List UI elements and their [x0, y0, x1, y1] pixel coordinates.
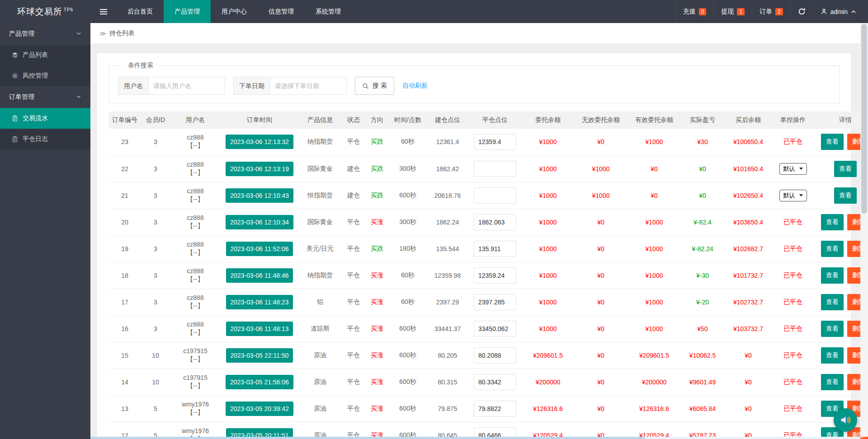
close-point-input[interactable]: [474, 374, 516, 390]
topbar-right: 充值0提现1订单2 admin: [675, 0, 868, 23]
nav-item-home[interactable]: 后台首页: [117, 0, 164, 23]
nav-item-system[interactable]: 系统管理: [305, 0, 352, 23]
close-point-input[interactable]: [474, 401, 516, 417]
sidebar-item-trade-flow[interactable]: 交易流水: [0, 108, 90, 129]
product-text: 道琼斯: [311, 325, 330, 332]
close-point-input[interactable]: [474, 347, 516, 364]
close-point-input[interactable]: [474, 321, 516, 337]
close-point-input[interactable]: [474, 267, 516, 284]
view-button[interactable]: 查看: [821, 134, 844, 150]
cell-balance_after: ¥101732.7: [724, 262, 772, 289]
cell-entrust: ¥209601.5: [522, 342, 574, 369]
refresh-icon: [798, 8, 806, 15]
view-button[interactable]: 查看: [821, 214, 844, 230]
order-time-button[interactable]: 2023-03-06 11:48:23: [226, 295, 293, 309]
invalid-entrust-value: ¥1000: [592, 192, 610, 199]
view-button[interactable]: 查看: [821, 267, 844, 284]
order-time-button[interactable]: 2023-03-06 11:52:06: [226, 242, 293, 256]
refresh-button[interactable]: [790, 0, 813, 23]
horizontal-scrollbar-thumb[interactable]: [90, 437, 645, 439]
view-button[interactable]: 查看: [834, 161, 857, 177]
entrust-value: ¥1000: [539, 272, 557, 279]
horizontal-scrollbar[interactable]: [90, 437, 860, 439]
user-icon: [821, 8, 827, 15]
username-input[interactable]: [148, 77, 225, 95]
sidebar-item-product-list[interactable]: 产品列表: [0, 45, 90, 65]
view-button[interactable]: 查看: [821, 321, 844, 337]
chevron-up-icon: [851, 9, 856, 14]
cell-entrust: ¥1000: [522, 129, 574, 155]
valid-entrust-value: ¥126316.6: [639, 405, 669, 412]
view-button[interactable]: 查看: [821, 374, 844, 390]
view-button[interactable]: 查看: [834, 187, 857, 204]
cell-actions: 查看删除: [814, 342, 868, 369]
order-time-button[interactable]: 2023-03-06 11:48:46: [226, 268, 293, 283]
cell-duration: 300秒: [389, 209, 427, 235]
order-time-button[interactable]: 2023-03-06 12:13:32: [226, 135, 293, 149]
cell-product: 原油: [298, 369, 342, 395]
view-button[interactable]: 查看: [821, 294, 844, 310]
cell-member_id: 3: [141, 155, 170, 182]
menu-toggle-icon[interactable]: [90, 0, 117, 23]
cell-member_id: 3: [141, 235, 170, 262]
notice-withdraw[interactable]: 提现1: [713, 0, 752, 23]
cell-close_point: [468, 235, 522, 262]
cell-entrust: ¥1000: [522, 262, 574, 289]
order-time-button[interactable]: 2023-03-06 11:48:13: [226, 322, 293, 336]
profit-value: ¥-30: [696, 272, 709, 279]
column-header-direction: 方向: [365, 112, 389, 129]
column-header-close_point: 平仓点位: [468, 112, 522, 129]
order-no-text: 22: [121, 165, 128, 173]
sidebar-item-label: 交易流水: [23, 114, 48, 122]
cell-close_point: [468, 289, 522, 315]
close-point-input[interactable]: [474, 241, 516, 257]
vertical-scrollbar[interactable]: [860, 23, 868, 437]
table-row: 213cz888【--】2023-03-06 12:10:43恒指期货建仓买跌6…: [108, 182, 868, 209]
cell-control: 默认: [772, 182, 814, 209]
cell-profit: ¥6065.84: [681, 395, 724, 422]
notice-order[interactable]: 订单2: [752, 0, 790, 23]
search-button[interactable]: 搜 索: [355, 77, 394, 95]
close-point-input[interactable]: [474, 294, 516, 310]
order-time-button[interactable]: 2023-03-05 22:11:50: [226, 348, 293, 363]
nav-item-product[interactable]: 产品管理: [164, 0, 211, 23]
notice-withdraw-label: 提现: [721, 8, 734, 16]
view-button[interactable]: 查看: [821, 347, 844, 364]
nav-item-user-center[interactable]: 用户中心: [211, 0, 258, 23]
view-button[interactable]: 查看: [821, 241, 844, 257]
cell-valid_entrust: ¥1000: [627, 315, 681, 342]
cell-product: 铝: [298, 289, 342, 315]
gear-icon: [12, 73, 18, 79]
order-date-input[interactable]: [270, 77, 347, 95]
vertical-scrollbar-thumb[interactable]: [861, 24, 867, 214]
sidebar-group-order-management[interactable]: 订单管理: [0, 86, 90, 108]
order-time-button[interactable]: 2023-03-05 21:56:06: [226, 375, 293, 389]
close-point-input[interactable]: [474, 161, 516, 177]
cell-entrust: ¥1000: [522, 155, 574, 182]
order-time-button[interactable]: 2023-03-06 12:10:34: [226, 215, 293, 229]
username-subtext: 【--】: [171, 276, 220, 284]
close-point-input[interactable]: [474, 134, 516, 150]
chevron-down-icon: [76, 93, 81, 101]
username-text: cz888: [171, 267, 220, 275]
cell-order_no: 15: [108, 342, 141, 369]
order-time-button[interactable]: 2023-03-05 20:39:42: [226, 402, 293, 416]
nav-item-info[interactable]: 信息管理: [258, 0, 305, 23]
sidebar-group-product-management[interactable]: 产品管理: [0, 23, 90, 45]
notice-recharge[interactable]: 充值0: [675, 0, 714, 23]
sidebar-item-close-position-log[interactable]: 平仓日志: [0, 129, 90, 149]
auto-refresh-link[interactable]: 自动刷新: [402, 82, 428, 90]
close-point-input[interactable]: [474, 214, 516, 230]
page-title: 持仓列表: [109, 29, 135, 37]
control-select[interactable]: 默认: [779, 163, 807, 175]
sidebar-item-risk-management[interactable]: 风控管理: [0, 65, 90, 86]
order-time-button[interactable]: 2023-03-06 12:10:43: [226, 188, 293, 203]
control-select[interactable]: 默认: [779, 190, 807, 201]
order-time-button[interactable]: 2023-03-06 12:13:19: [226, 162, 293, 176]
sound-toggle-button[interactable]: [834, 408, 857, 432]
status-text: 平仓: [347, 245, 360, 252]
close-point-input[interactable]: [474, 187, 516, 204]
table-row: 173cz888【--】2023-03-06 11:48:23铝平仓买涨60秒2…: [108, 289, 868, 315]
user-menu[interactable]: admin: [813, 0, 868, 23]
positions-table: 订单编号会员ID用户名订单时间产品信息状态方向时间/点数建仓点位平仓点位委托余额…: [108, 112, 868, 439]
